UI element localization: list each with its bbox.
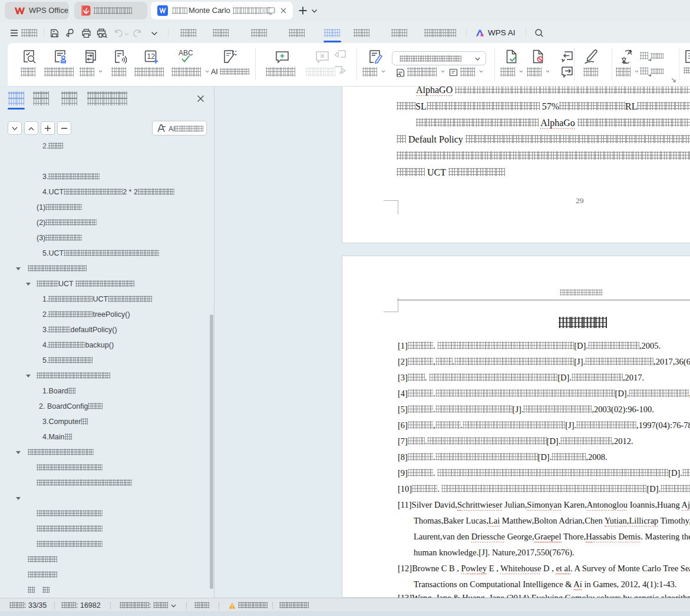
svg-text:12: 12 <box>147 52 156 61</box>
svg-text:ABC: ABC <box>179 49 193 57</box>
